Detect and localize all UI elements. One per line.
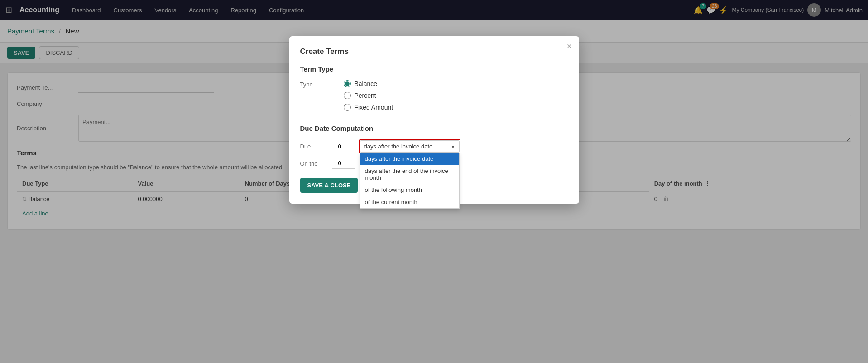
radio-fixed[interactable] bbox=[344, 104, 351, 111]
radio-percent-row: Percent bbox=[344, 92, 393, 99]
dropdown-arrow-icon: ▼ bbox=[451, 144, 456, 149]
radio-balance-label: Balance bbox=[355, 80, 378, 87]
dropdown-option-1[interactable]: days after the end of the invoice month bbox=[360, 165, 459, 184]
dropdown-wrapper: days after the invoice date ▼ days after… bbox=[359, 139, 460, 153]
on-the-label: On the bbox=[300, 160, 327, 167]
dropdown-option-2[interactable]: of the following month bbox=[360, 184, 459, 196]
on-the-input[interactable] bbox=[332, 158, 355, 169]
dropdown-option-0[interactable]: days after the invoice date bbox=[360, 153, 459, 165]
radio-balance-row: Balance bbox=[344, 80, 393, 87]
radio-percent[interactable] bbox=[344, 92, 351, 99]
dropdown-select-button[interactable]: days after the invoice date ▼ bbox=[360, 140, 460, 153]
dropdown-selected-label: days after the invoice date bbox=[364, 143, 433, 150]
type-field-label: Type bbox=[300, 80, 336, 88]
save-close-button[interactable]: SAVE & CLOSE bbox=[300, 178, 358, 193]
dropdown-option-3[interactable]: of the current month bbox=[360, 196, 459, 208]
due-number-input[interactable] bbox=[332, 141, 355, 152]
modal-overlay: × Create Terms Term Type Type Balance Pe… bbox=[0, 0, 868, 363]
dialog: × Create Terms Term Type Type Balance Pe… bbox=[289, 36, 579, 204]
dialog-close-button[interactable]: × bbox=[567, 42, 572, 51]
radio-percent-label: Percent bbox=[355, 92, 376, 99]
radio-fixed-row: Fixed Amount bbox=[344, 104, 393, 111]
radio-fixed-label: Fixed Amount bbox=[355, 104, 393, 111]
due-label: Due bbox=[300, 143, 327, 150]
type-label-row: Type Balance Percent Fixed Amount bbox=[300, 80, 568, 115]
radio-balance[interactable] bbox=[344, 80, 351, 87]
due-date-section-title: Due Date Computation bbox=[300, 124, 568, 132]
radio-options: Balance Percent Fixed Amount bbox=[344, 80, 393, 115]
due-date-row: Due days after the invoice date ▼ days a… bbox=[300, 139, 568, 153]
dialog-title: Create Terms bbox=[300, 47, 568, 56]
type-radio-group: Type Balance Percent Fixed Amount bbox=[300, 80, 568, 115]
term-type-section-title: Term Type bbox=[300, 65, 568, 73]
dropdown-list: days after the invoice date days after t… bbox=[360, 153, 460, 209]
